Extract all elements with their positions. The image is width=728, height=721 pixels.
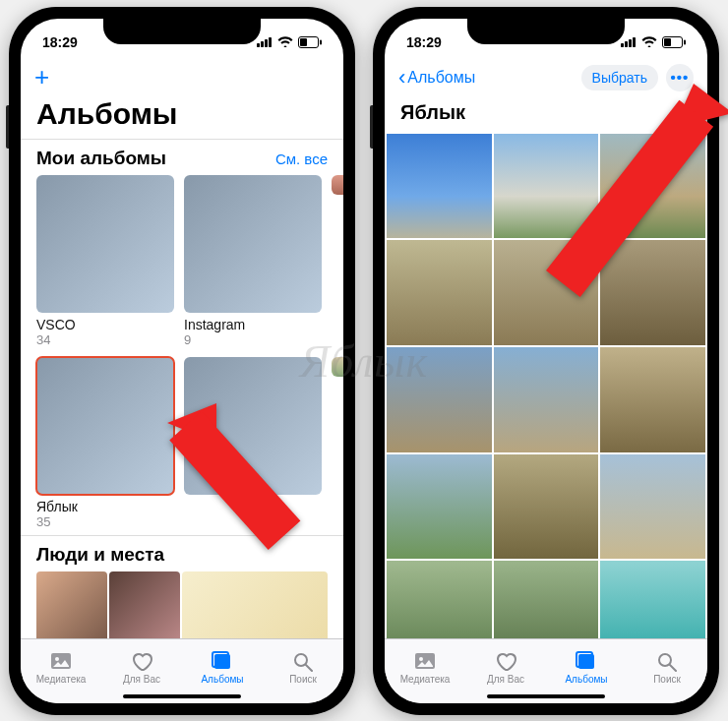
- album-thumb: [332, 175, 343, 195]
- svg-point-21: [419, 657, 423, 661]
- back-button[interactable]: ‹ Альбомы: [398, 65, 475, 90]
- tab-label: Альбомы: [565, 674, 607, 685]
- photo-thumb[interactable]: [387, 134, 492, 239]
- tab-label: Поиск: [653, 674, 681, 685]
- svg-rect-14: [625, 41, 628, 47]
- photo-thumb[interactable]: [600, 561, 705, 637]
- svg-line-12: [306, 665, 312, 671]
- photo-thumb[interactable]: [600, 347, 705, 452]
- face-thumb[interactable]: [36, 571, 107, 638]
- status-indicators: [621, 36, 686, 48]
- signal-icon: [621, 36, 637, 47]
- photo-thumb[interactable]: [387, 561, 492, 637]
- library-icon: [413, 650, 437, 672]
- notch: [467, 19, 625, 44]
- chevron-left-icon: ‹: [398, 65, 405, 90]
- tab-label: Поиск: [289, 674, 317, 685]
- album-thumb: [36, 175, 174, 313]
- album-name: VSCO: [36, 317, 174, 332]
- for-you-icon: [130, 650, 153, 672]
- photo-thumb[interactable]: [387, 454, 492, 560]
- status-time: 18:29: [42, 34, 78, 50]
- photo-thumb[interactable]: [600, 454, 705, 560]
- back-label: Альбомы: [407, 69, 475, 87]
- add-button[interactable]: +: [34, 62, 49, 92]
- svg-rect-3: [269, 37, 272, 47]
- svg-rect-13: [621, 43, 624, 47]
- home-indicator[interactable]: [487, 694, 605, 698]
- tab-label: Медиатека: [400, 674, 451, 685]
- page-title: Альбомы: [21, 97, 343, 139]
- tab-label: Альбомы: [201, 674, 243, 685]
- svg-rect-29: [546, 100, 713, 297]
- svg-rect-5: [320, 39, 322, 44]
- album-peek[interactable]: [332, 175, 343, 347]
- album-thumb: [184, 175, 322, 313]
- svg-rect-27: [169, 411, 300, 550]
- photo-thumb[interactable]: [387, 240, 492, 345]
- svg-rect-1: [261, 41, 264, 47]
- album-thumb: [332, 357, 343, 377]
- for-you-icon: [494, 650, 517, 672]
- svg-rect-18: [684, 39, 686, 44]
- photo-thumb[interactable]: [494, 561, 599, 637]
- search-icon: [291, 650, 315, 672]
- tab-library[interactable]: Медиатека: [21, 639, 101, 703]
- battery-icon: [662, 36, 686, 48]
- svg-rect-16: [633, 37, 636, 47]
- photo-thumb[interactable]: [494, 347, 599, 452]
- photo-thumb[interactable]: [494, 454, 599, 560]
- library-icon: [49, 650, 73, 672]
- photo-thumb[interactable]: [387, 347, 492, 452]
- notch: [103, 19, 261, 44]
- wifi-icon: [641, 36, 657, 47]
- signal-icon: [257, 36, 273, 47]
- album-name: Instagram: [184, 317, 322, 332]
- tab-label: Для Вас: [123, 674, 160, 685]
- svg-point-8: [55, 657, 59, 661]
- svg-rect-0: [257, 43, 260, 47]
- nav-row: +: [21, 58, 343, 97]
- tab-search[interactable]: Поиск: [627, 639, 707, 703]
- svg-rect-6: [300, 38, 307, 46]
- see-all-link[interactable]: См. все: [275, 150, 328, 167]
- svg-rect-19: [664, 38, 671, 46]
- home-indicator[interactable]: [123, 694, 241, 698]
- svg-rect-15: [629, 39, 632, 47]
- section-title: Люди и места: [36, 544, 164, 566]
- svg-rect-2: [265, 39, 268, 47]
- album-count: 34: [36, 332, 174, 347]
- section-title: Мои альбомы: [36, 148, 166, 169]
- tab-library[interactable]: Медиатека: [385, 639, 465, 703]
- search-icon: [655, 650, 679, 672]
- tab-label: Для Вас: [487, 674, 524, 685]
- wifi-icon: [277, 36, 293, 47]
- album-instagram[interactable]: Instagram 9: [184, 175, 322, 347]
- album-vsco[interactable]: VSCO 34: [36, 175, 174, 347]
- section-my-albums: Мои альбомы См. все: [21, 139, 343, 175]
- status-indicators: [257, 36, 322, 48]
- annotation-arrow-left: [148, 393, 344, 649]
- svg-point-11: [295, 654, 307, 666]
- album-count: 9: [184, 332, 322, 347]
- battery-icon: [298, 36, 322, 48]
- status-time: 18:29: [406, 34, 442, 50]
- albums-icon: [575, 650, 598, 672]
- svg-line-25: [670, 665, 676, 671]
- tab-label: Медиатека: [36, 674, 87, 685]
- albums-icon: [211, 650, 234, 672]
- annotation-arrow-right: [546, 74, 728, 330]
- svg-point-24: [659, 654, 671, 666]
